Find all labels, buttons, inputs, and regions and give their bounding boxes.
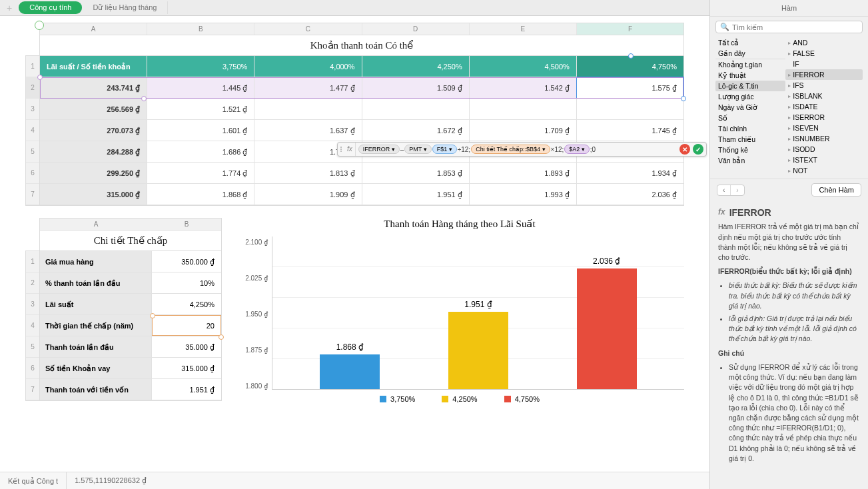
plot-area: 1.868 ₫ 1.951 ₫ 2.036 ₫ bbox=[272, 237, 684, 390]
doc-nav[interactable]: ‹› bbox=[717, 185, 745, 196]
table-mortgage-details: AB Chi tiết Thế chấp 1234567 Giá mua hàn… bbox=[25, 218, 222, 403]
add-sheet-icon[interactable]: + bbox=[7, 3, 12, 13]
tab-monthly-data[interactable]: Dữ liệu Hàng tháng bbox=[82, 1, 168, 14]
sheet-tabs: + Công cụ tính Dữ liệu Hàng tháng bbox=[0, 0, 709, 16]
drag-handle-icon[interactable] bbox=[338, 143, 344, 156]
fx-icon: fx bbox=[344, 143, 356, 156]
insert-function-button[interactable]: Chèn Hàm bbox=[811, 183, 861, 197]
details-title: Chi tiết Thế chấp bbox=[39, 230, 222, 250]
cat-eng: Kỹ thuật bbox=[715, 70, 785, 81]
bar-1: 1.868 ₫ bbox=[320, 354, 380, 389]
column-headers[interactable]: ABCDEF bbox=[39, 23, 684, 35]
tab-calculator[interactable]: Công cụ tính bbox=[19, 1, 82, 14]
search-input[interactable]: 🔍 bbox=[715, 21, 863, 33]
cat-recent: Gần đây bbox=[715, 48, 785, 59]
selection-handle[interactable] bbox=[681, 96, 686, 101]
fn-token[interactable]: IFERROR ▾ bbox=[358, 145, 400, 154]
formula-editor[interactable]: fx IFERROR ▾ – PMT ▾ F$1 ▾ ÷12; Chi tiết… bbox=[337, 142, 707, 157]
forward-icon: › bbox=[731, 185, 743, 195]
cat-logic: Lô-gic & T.tin bbox=[715, 81, 785, 91]
function-list[interactable]: ▸AND ▸FALSE ▸IF ▸IFERROR ▸IFS ▸ISBLANK ▸… bbox=[785, 37, 863, 176]
back-icon: ‹ bbox=[717, 185, 731, 195]
selection-handle[interactable] bbox=[628, 53, 634, 59]
cat-duration: Khoảng t.gian bbox=[715, 59, 785, 70]
fx-icon: fx bbox=[718, 207, 725, 218]
ref-token[interactable]: F$1 ▾ bbox=[432, 145, 457, 154]
table-payments: ABCDEF Khoản thanh toán Có thể 1234567 L… bbox=[25, 23, 684, 206]
cell-B4[interactable]: 20 bbox=[152, 315, 221, 336]
fn-token-pmt[interactable]: PMT ▾ bbox=[404, 145, 431, 154]
cat-all: Tất cả bbox=[715, 37, 785, 48]
ref-handle[interactable] bbox=[37, 75, 43, 80]
fn-iferror: ▸IFERROR bbox=[785, 69, 863, 80]
accept-formula-button[interactable]: ✓ bbox=[693, 144, 703, 155]
bar-3: 2.036 ₫ bbox=[577, 268, 637, 389]
y-axis: 2.100 ₫2.025 ₫1.950 ₫1.875 ₫1.800 ₫ bbox=[235, 239, 272, 390]
ref-handle[interactable] bbox=[218, 334, 224, 340]
bar-2: 1.951 ₫ bbox=[448, 312, 508, 389]
cancel-formula-button[interactable]: ✕ bbox=[679, 144, 690, 155]
cell-F2: 1.575 ₫ bbox=[577, 77, 683, 98]
search-icon: 🔍 bbox=[720, 23, 729, 31]
ref-handle[interactable] bbox=[141, 96, 147, 101]
panel-title: Hàm bbox=[710, 0, 868, 17]
ref-handle[interactable] bbox=[150, 313, 155, 318]
ref-token[interactable]: Chi tiết Thế chấp::$B$4 ▾ bbox=[471, 145, 550, 154]
spreadsheet-grid[interactable]: Lãi suất / Số tiền khoản vay3,750%4,000%… bbox=[39, 55, 684, 206]
table-handle[interactable] bbox=[35, 21, 44, 30]
function-doc: fxIFERROR Hàm IFERROR trả về một giá trị… bbox=[710, 201, 868, 489]
table-title: Khoản thanh toán Có thể bbox=[39, 35, 684, 55]
category-list[interactable]: Tất cả Gần đây Khoảng t.gian Kỹ thuật Lô… bbox=[715, 37, 785, 176]
chart-legend: 3,750% 4,250% 4,750% bbox=[235, 395, 684, 403]
status-bar: Kết quả Công t 1.575,11190228632 ₫ bbox=[0, 472, 709, 489]
ref-token[interactable]: $A2 ▾ bbox=[564, 145, 590, 154]
chart-monthly-payment[interactable]: Thanh toán Hàng tháng theo Lãi Suất 2.10… bbox=[235, 218, 684, 403]
functions-panel: Hàm 🔍 Tất cả Gần đây Khoảng t.gian Kỹ th… bbox=[709, 0, 868, 489]
